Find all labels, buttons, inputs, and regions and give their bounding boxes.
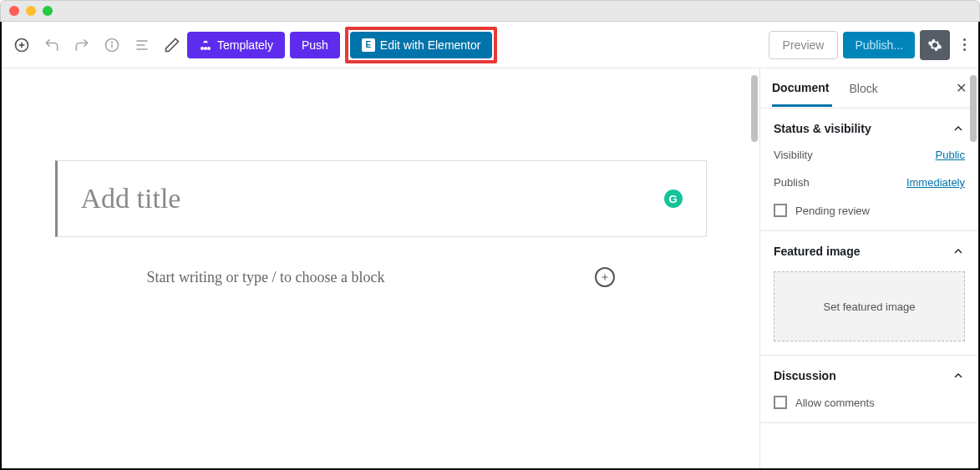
block-prompt-text[interactable]: Start writing or type / to choose a bloc… [147,269,385,286]
settings-button[interactable] [920,30,950,60]
sidebar-scrollbar[interactable] [970,75,977,142]
panel-featured-image: Featured image Set featured image [760,231,978,356]
editor-body: G Start writing or type / to choose a bl… [2,68,978,468]
set-featured-image-label: Set featured image [824,301,916,313]
publish-label: Publish [774,176,810,189]
editor-canvas: G Start writing or type / to choose a bl… [2,68,759,468]
pending-review-label: Pending review [795,205,870,217]
set-featured-image-button[interactable]: Set featured image [774,271,965,341]
panel-discussion: Discussion Allow comments [760,356,978,423]
toolbar-left-group [12,35,182,55]
preview-button[interactable]: Preview [769,31,839,59]
close-sidebar-icon[interactable]: ✕ [956,80,967,96]
sidebar-tabs: Document Block ✕ [760,68,978,109]
panel-heading-discussion-text: Discussion [774,369,836,382]
panel-featured-body: Set featured image [774,271,965,341]
insert-block-icon[interactable] [595,267,615,287]
allow-comments-label: Allow comments [795,397,875,409]
elementor-label: Edit with Elementor [380,38,481,52]
redo-icon[interactable] [72,35,92,55]
chevron-up-icon [952,369,965,382]
push-label: Push [302,38,328,52]
visibility-row: Visibility Public [774,149,965,161]
editor-window: Templately Push E Edit with Elementor Pr… [0,22,980,470]
panel-status-visibility: Status & visibility Visibility Public Pu… [760,109,978,231]
publish-button[interactable]: Publish... [843,32,915,58]
gear-icon [927,38,942,53]
templately-label: Templately [217,38,273,52]
block-prompt-row: Start writing or type / to choose a bloc… [55,267,707,287]
push-button[interactable]: Push [290,32,340,58]
elementor-highlight: E Edit with Elementor [345,27,498,63]
settings-sidebar: Document Block ✕ Status & visibility Vis… [759,68,978,468]
panel-heading-discussion[interactable]: Discussion [774,369,965,382]
edit-icon[interactable] [162,35,182,55]
tab-document[interactable]: Document [772,71,832,107]
more-options-icon[interactable] [955,38,968,51]
add-block-icon[interactable] [12,35,32,55]
visibility-label: Visibility [774,149,813,161]
panel-heading-featured-text: Featured image [774,245,860,258]
visibility-value-link[interactable]: Public [936,149,965,161]
panel-heading-status-text: Status & visibility [774,122,871,135]
chevron-up-icon [952,245,965,258]
title-input[interactable] [81,183,664,215]
publish-row: Publish Immediately [774,176,965,189]
canvas-scrollbar[interactable] [751,75,758,142]
window-titlebar [0,0,980,22]
panel-heading-featured[interactable]: Featured image [774,245,965,258]
pending-review-checkbox[interactable] [774,204,787,217]
pending-review-row[interactable]: Pending review [774,204,965,217]
outline-icon[interactable] [132,35,152,55]
panel-heading-status[interactable]: Status & visibility [774,122,965,135]
svg-point-9 [201,47,204,50]
grammarly-icon[interactable]: G [664,190,683,208]
publish-label: Publish... [855,38,903,52]
minimize-window-icon[interactable] [26,6,36,16]
svg-point-10 [204,47,207,50]
allow-comments-checkbox[interactable] [774,396,787,409]
top-toolbar: Templately Push E Edit with Elementor Pr… [2,22,978,68]
tab-block[interactable]: Block [849,82,881,95]
info-icon[interactable] [102,35,122,55]
preview-label: Preview [783,38,825,52]
allow-comments-row[interactable]: Allow comments [774,396,965,409]
templately-icon [199,38,212,52]
chevron-up-icon [952,122,965,135]
edit-with-elementor-button[interactable]: E Edit with Elementor [350,32,493,58]
panel-status-body: Visibility Public Publish Immediately Pe… [774,149,965,217]
undo-icon[interactable] [42,35,62,55]
elementor-icon: E [362,38,375,52]
maximize-window-icon[interactable] [43,6,53,16]
title-field[interactable]: G [55,160,707,237]
svg-point-11 [207,47,211,50]
panel-discussion-body: Allow comments [774,396,965,409]
svg-point-5 [112,42,113,43]
publish-value-link[interactable]: Immediately [906,176,965,189]
templately-button[interactable]: Templately [187,32,285,58]
close-window-icon[interactable] [9,6,19,16]
